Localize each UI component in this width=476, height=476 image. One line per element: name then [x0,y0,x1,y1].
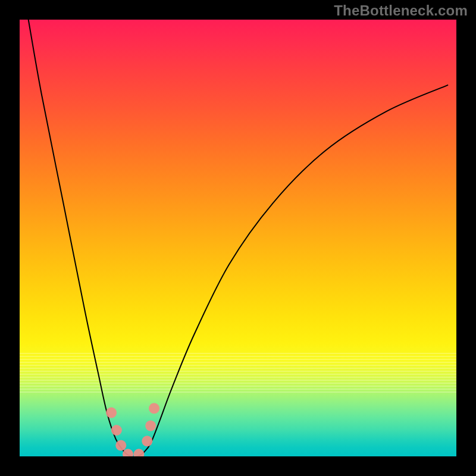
data-marker [149,403,159,414]
watermark-label: TheBottleneck.com [334,2,468,19]
data-marker [142,436,152,446]
data-marker [115,440,126,451]
data-markers [106,403,159,456]
data-marker [133,449,144,456]
plot-area [20,20,456,456]
data-marker [145,421,156,431]
curve-svg [20,20,456,456]
chart-frame: TheBottleneck.com [0,0,476,476]
data-marker [106,408,117,418]
data-marker [123,449,133,456]
bottleneck-curve [29,20,448,456]
data-marker [111,425,122,436]
